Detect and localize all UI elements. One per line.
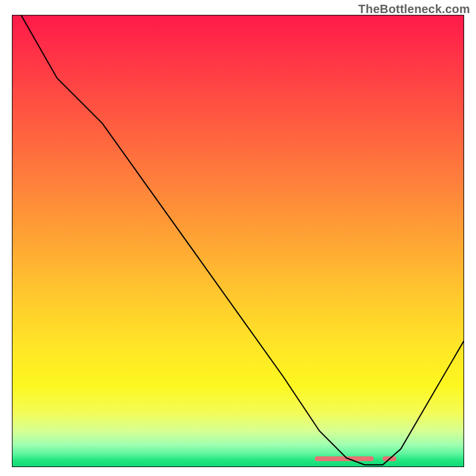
watermark-text: TheBottleneck.com [358,2,470,16]
chart-container: TheBottleneck.com [0,0,476,476]
bottleneck-curve [12,15,464,467]
plot-area [12,15,464,467]
